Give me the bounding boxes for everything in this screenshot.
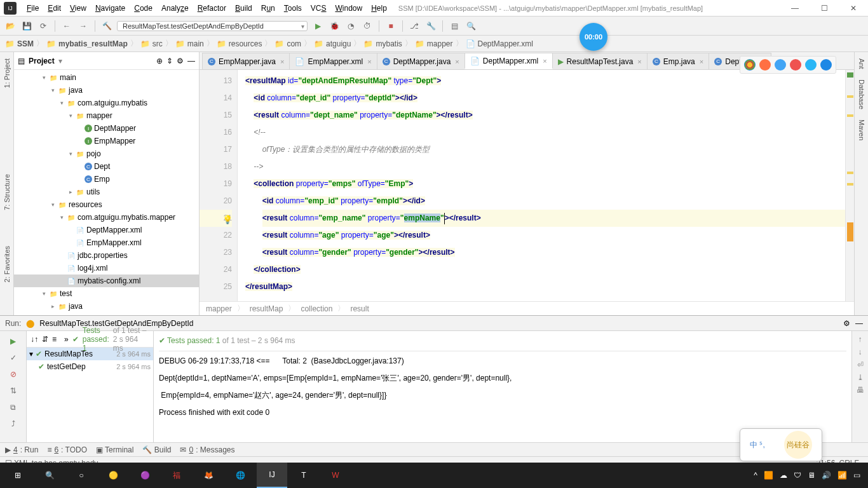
project-tree[interactable]: ▾📁main▾📁java▾📁com.atguigu.mybatis▾📁mappe… [14, 70, 199, 315]
system-tray[interactable]: ^🟧☁🛡🖥🔊📶▭ [754, 471, 865, 480]
menu-vcs[interactable]: VCS [307, 2, 330, 15]
hide-icon[interactable]: — [187, 57, 195, 65]
hide-run-icon[interactable]: — [855, 319, 863, 328]
tree-node[interactable]: ▾📁pojo [14, 147, 199, 160]
editor-tab[interactable]: 📄DeptMapper.xml× [465, 53, 553, 69]
minimize-button[interactable]: — [780, 0, 810, 17]
menu-run[interactable]: Run [257, 2, 279, 15]
opera-icon[interactable] [790, 59, 801, 71]
menu-tools[interactable]: Tools [280, 2, 306, 15]
menu-navigate[interactable]: Navigate [92, 2, 129, 15]
toggle-icon[interactable]: ✓ [7, 351, 20, 364]
menu-edit[interactable]: Edit [44, 2, 65, 15]
target-icon[interactable]: ⊕ [156, 57, 163, 65]
search-taskbar[interactable]: 🔍 [34, 463, 65, 488]
tab-structure[interactable]: 7: Structure [2, 172, 12, 213]
sync-icon[interactable]: ⟳ [37, 20, 50, 32]
menu-view[interactable]: View [66, 2, 90, 15]
collapse-icon[interactable]: ⇕ [166, 57, 173, 65]
tree-node[interactable]: CDept [14, 160, 199, 173]
crumb-root[interactable]: 📁 SSM [5, 39, 34, 48]
edge-icon[interactable] [820, 59, 832, 71]
gear-icon[interactable]: ⚙ [843, 319, 850, 328]
tab-build[interactable]: 🔨 Build [142, 445, 171, 454]
tab-project[interactable]: 1: Project [2, 56, 12, 90]
stop-icon[interactable]: ■ [384, 20, 397, 32]
wrap-icon[interactable]: ⏎ [857, 360, 864, 369]
error-stripe[interactable] [845, 70, 854, 301]
menu-window[interactable]: Window [331, 2, 366, 15]
profile-icon[interactable]: ⏱ [361, 20, 374, 32]
menu-refactor[interactable]: Refactor [194, 2, 230, 15]
search-icon[interactable]: 🔍 [465, 20, 477, 32]
pin-icon[interactable]: ⧉ [7, 401, 20, 414]
maximize-button[interactable]: ☐ [810, 0, 839, 17]
tree-node[interactable]: ▾📁test [14, 287, 199, 300]
forward-icon[interactable]: → [77, 20, 90, 32]
intellij-task[interactable]: IJ [257, 463, 287, 488]
coverage-icon[interactable]: ◔ [344, 20, 357, 32]
gutter[interactable]: 13141516171819202122232425💡 [200, 70, 238, 301]
export-icon[interactable]: ⤴ [7, 417, 20, 430]
close-button[interactable]: ✕ [839, 0, 868, 17]
timer-bubble[interactable]: 00:00 [580, 23, 607, 51]
menu-build[interactable]: Build [231, 2, 256, 15]
print-icon[interactable]: 🖶 [857, 386, 864, 395]
chrome-icon[interactable] [744, 59, 756, 71]
scroll-icon[interactable]: ⤓ [857, 373, 864, 382]
tree-node[interactable]: IDeptMapper [14, 122, 199, 135]
crumb-module[interactable]: 📁 mybatis_resultMap [46, 39, 128, 48]
down-icon[interactable]: ↓ [858, 348, 862, 356]
tree-node[interactable]: ▾📁mapper [14, 109, 199, 122]
menu-file[interactable]: File [23, 2, 43, 15]
menu-analyze[interactable]: Analyze [158, 2, 193, 15]
tab-ant[interactable]: Ant [857, 56, 867, 72]
project-title[interactable]: Project [29, 57, 55, 65]
tree-node[interactable]: ▾📁resources [14, 198, 199, 211]
settings-icon[interactable]: 🔧 [424, 20, 437, 32]
tree-node[interactable]: 📄EmpMapper.xml [14, 236, 199, 249]
tree-node[interactable]: IEmpMapper [14, 135, 199, 147]
editor-tab[interactable]: CDeptMapper.java× [377, 53, 465, 69]
tree-node[interactable]: ▾📁com.atguigu.mybatis.mapper [14, 211, 199, 224]
tree-node[interactable]: 📄DeptMapper.xml [14, 224, 199, 236]
tree-node[interactable]: ▾📁java [14, 84, 199, 97]
ime-panel[interactable]: 中 ⁵, 尚硅谷 [740, 428, 822, 461]
tree-node[interactable]: 📄log4j.xml [14, 262, 199, 274]
tab-terminal[interactable]: ▣ Terminal [96, 445, 133, 454]
rerun-icon[interactable]: ▶ [7, 335, 20, 348]
tab-favorites[interactable]: 2: Favorites [2, 243, 12, 285]
tab-run[interactable]: ▶ 4: Run [5, 445, 38, 454]
tab-maven[interactable]: Maven [857, 117, 867, 143]
tab-database[interactable]: Database [857, 77, 867, 112]
editor-tab[interactable]: CEmp.java× [647, 53, 709, 69]
editor-tab[interactable]: CEmpMapper.java× [202, 53, 290, 69]
start-button[interactable]: ⊞ [3, 463, 33, 488]
run-icon[interactable]: ▶ [311, 20, 324, 32]
tree-node[interactable]: ▾📁com.atguigu.mybatis [14, 97, 199, 109]
tree-node[interactable]: ▾📁main [14, 71, 199, 84]
build-icon[interactable]: 🔨 [100, 20, 113, 32]
test-tree[interactable]: ↓↑⇵≡ » ✔Tests passed: 1 of 1 test – 2 s … [27, 331, 154, 442]
tree-node[interactable]: 📄jdbc.properties [14, 249, 199, 262]
ie-icon[interactable] [805, 59, 817, 71]
console-output[interactable]: ✔ Tests passed: 1 of 1 test – 2 s 964 ms… [154, 331, 851, 442]
vcs-icon[interactable]: ⎇ [408, 20, 421, 32]
tab-todo[interactable]: ≡ 6: TODO [47, 445, 87, 454]
editor-tab[interactable]: 📄EmpMapper.xml× [289, 53, 377, 69]
tree-node[interactable]: ▸📁utils [14, 186, 199, 198]
tab-messages[interactable]: ✉ 0: Messages [180, 445, 234, 454]
debug-icon[interactable]: 🐞 [328, 20, 341, 32]
cortana-icon[interactable]: ○ [66, 463, 97, 488]
menu-help[interactable]: Help [367, 2, 391, 15]
save-icon[interactable]: 💾 [20, 20, 33, 32]
layout-icon[interactable]: ⇅ [7, 384, 20, 397]
run-config-select[interactable]: ResultMapTest.testGetDeptAndEmpByDeptId [117, 21, 308, 31]
firefox-icon[interactable] [759, 59, 771, 71]
menu-code[interactable]: Code [130, 2, 156, 15]
structure-icon[interactable]: ▤ [448, 20, 461, 32]
open-icon[interactable]: 📂 [4, 20, 17, 32]
crumb-file[interactable]: 📄 DeptMapper.xml [466, 39, 533, 48]
safari-icon[interactable] [775, 59, 786, 71]
up-icon[interactable]: ↑ [858, 335, 862, 344]
